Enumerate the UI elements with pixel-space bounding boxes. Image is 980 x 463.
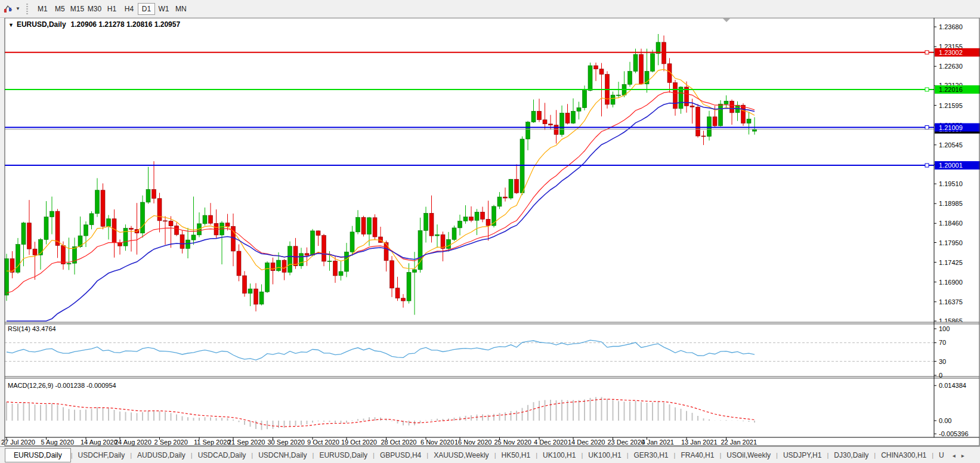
date-label: 22 Jan 2021	[721, 439, 758, 446]
chevron-down-icon[interactable]: ▼	[16, 6, 20, 11]
tab-usdchf-daily[interactable]: USDCHF,Daily	[73, 449, 131, 462]
bear-candle	[503, 197, 508, 198]
price-tick-label: 1.18460	[939, 220, 963, 227]
timeframe-m1[interactable]: M1	[34, 3, 51, 15]
bear-candle	[163, 221, 168, 221]
bear-candle	[361, 217, 366, 234]
timeframe-h4[interactable]: H4	[120, 3, 138, 15]
tab-scroll-right-icon[interactable]: ▸	[959, 452, 967, 459]
bear-candle	[101, 190, 105, 227]
date-label: 14 Dec 2020	[568, 439, 605, 446]
hline-price-text: 1.22016	[939, 86, 963, 93]
toolbar-grip-handle[interactable]	[26, 4, 28, 14]
tab-usoil-weekly[interactable]: USOil,Weekly	[721, 449, 776, 462]
bull-candle	[39, 239, 43, 255]
bear-candle	[639, 54, 644, 84]
timeframe-m30[interactable]: M30	[86, 3, 103, 15]
hline-drag-handle[interactable]	[925, 51, 929, 54]
bear-candle	[565, 113, 570, 124]
bull-candle	[345, 252, 349, 271]
bull-candle	[679, 87, 683, 109]
tab-usdcad-daily[interactable]: USDCAD,Daily	[193, 449, 252, 462]
bear-candle	[169, 221, 173, 226]
timeframe-m5[interactable]: M5	[51, 3, 69, 15]
tab-audusd-daily[interactable]: AUDUSD,Daily	[132, 449, 191, 462]
timeframe-mn[interactable]: MN	[172, 3, 190, 15]
bull-candle	[577, 108, 581, 112]
collapse-caret-icon[interactable]: ▼	[8, 22, 14, 28]
macd-tick-label: -0.005396	[939, 430, 969, 437]
hline-drag-handle[interactable]	[925, 88, 929, 91]
timeframe-m15[interactable]: M15	[69, 3, 86, 15]
bull-candle	[583, 91, 587, 108]
date-label: 6 Nov 2020	[421, 439, 454, 446]
bear-candle	[112, 219, 116, 243]
bull-candle	[424, 213, 428, 230]
bull-candle	[458, 221, 462, 228]
chart-element	[5, 18, 979, 446]
bull-candle	[311, 231, 315, 255]
tab-eurusd-daily[interactable]: EURUSD,Daily	[5, 448, 71, 462]
bear-candle	[673, 82, 678, 109]
price-tick-label: 1.21595	[939, 102, 963, 109]
bull-candle	[413, 270, 417, 272]
bear-candle	[390, 261, 394, 288]
tab-hk50-h1[interactable]: HK50,H1	[496, 449, 536, 462]
bull-candle	[571, 111, 576, 123]
tab-dj30-daily[interactable]: DJ30,Daily	[828, 449, 874, 462]
bull-candle	[277, 260, 281, 271]
date-label: 21 Sep 2020	[228, 439, 265, 446]
bear-candle	[237, 251, 241, 276]
bear-candle	[271, 263, 275, 271]
bull-candle	[248, 289, 252, 294]
tab-scroll-left-icon[interactable]: ◂	[950, 452, 959, 459]
timeframe-w1[interactable]: W1	[155, 3, 172, 15]
chart-objects-icon-glyph	[3, 4, 14, 14]
tab-eurusd-daily[interactable]: EURUSD,Daily	[314, 449, 373, 462]
bear-candle	[152, 190, 156, 199]
date-label: 19 Oct 2020	[341, 439, 377, 446]
timeframe-d1[interactable]: D1	[138, 3, 155, 15]
bear-candle	[730, 101, 734, 113]
chart-canvas[interactable]: 1.236801.231551.226301.221201.215951.210…	[0, 0, 980, 463]
tab-xauusd-weekly[interactable]: XAUUSD,Weekly	[428, 449, 494, 462]
tab-uk100-h1[interactable]: UK100,H1	[583, 449, 626, 462]
price-tick-label: 1.22630	[939, 63, 963, 70]
tab-china300-h1[interactable]: CHINA300,H1	[876, 449, 932, 462]
bull-candle	[191, 235, 196, 240]
tab-u[interactable]: U	[933, 449, 950, 462]
date-label: 23 Dec 2020	[608, 439, 645, 446]
hline-price-text: 1.21009	[939, 124, 963, 131]
price-tick-label: 1.17425	[939, 259, 963, 266]
mt4-trading-screen: ▼ M1M5M15M30H1H4D1W1MN 1.236801.231551.2…	[0, 0, 980, 463]
bear-candle	[515, 180, 519, 193]
bull-candle	[299, 254, 304, 266]
bull-candle	[350, 232, 354, 252]
hline-drag-handle[interactable]	[925, 163, 929, 167]
date-label: 30 Sep 2020	[268, 439, 305, 446]
tab-fra40-h1[interactable]: FRA40,H1	[675, 449, 719, 462]
hline-drag-handle[interactable]	[925, 126, 929, 129]
tab-gbpusd-h4[interactable]: GBPUSD,H4	[375, 449, 426, 462]
bull-candle	[107, 219, 111, 227]
date-label: 4 Dec 2020	[534, 439, 567, 446]
bull-candle	[651, 54, 655, 72]
price-tick-label: 1.20545	[939, 141, 963, 149]
macd-tick-label: 0.00	[939, 417, 951, 424]
date-label: 2 Sep 2020	[154, 439, 188, 446]
bear-candle	[373, 218, 377, 237]
bull-candle	[747, 119, 751, 124]
timeframe-h1[interactable]: H1	[103, 3, 120, 15]
date-label: 13 Jan 2021	[681, 439, 718, 446]
tab-usdjpy-h1[interactable]: USDJPY,H1	[778, 449, 827, 462]
tab-usdcnh-daily[interactable]: USDCNH,Daily	[253, 449, 312, 462]
bull-candle	[84, 225, 88, 236]
bull-candle	[146, 190, 150, 202]
bull-candle	[327, 261, 332, 261]
bull-candle	[367, 218, 372, 234]
tab-uk100-h1[interactable]: UK100,H1	[537, 449, 581, 462]
bear-candle	[469, 217, 474, 221]
tab-ger30-h1[interactable]: GER30,H1	[629, 449, 674, 462]
bull-candle	[611, 95, 615, 104]
chart-objects-icon[interactable]	[3, 4, 14, 14]
